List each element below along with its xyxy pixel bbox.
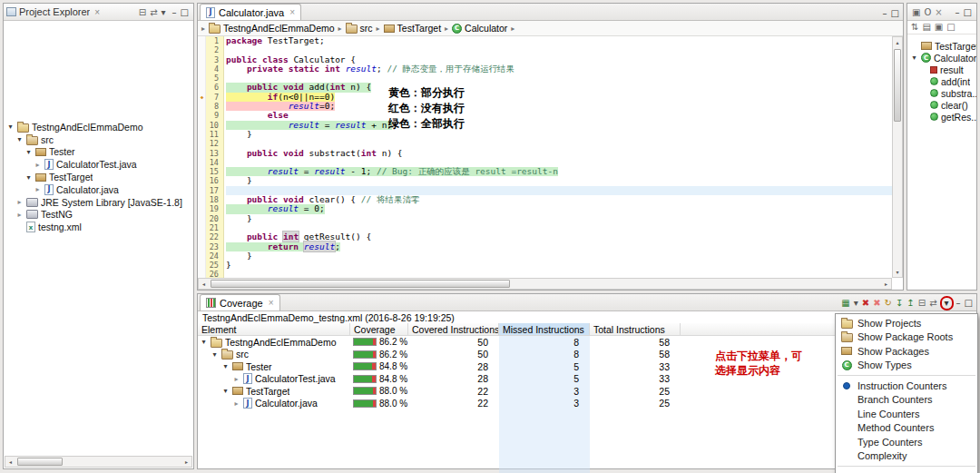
new-session-icon[interactable]: ▦ [839, 298, 851, 309]
export-session-icon[interactable]: ↥ [905, 298, 916, 309]
code-text[interactable]: } [226, 130, 892, 139]
collapse-all-icon[interactable]: ⊟ [916, 298, 927, 309]
breadcrumb-item-src[interactable]: src [346, 23, 373, 34]
line-number[interactable]: 26 [206, 270, 221, 278]
menu-item-show-package-roots[interactable]: Show Package Roots [836, 330, 977, 345]
line-number[interactable]: 14 [206, 158, 221, 167]
focus-icon[interactable]: O [922, 7, 933, 17]
hide-fields-icon[interactable]: ▤ [920, 22, 932, 33]
outline-item-calculator[interactable]: ▾Calculator [907, 52, 976, 64]
remove-all-sessions-icon[interactable]: ✖ [871, 298, 882, 309]
column-header-missed-instructions[interactable]: Missed Instructions [499, 323, 590, 335]
project-item-calculatortest-java[interactable]: ▸CalculatorTest.java [4, 158, 193, 171]
column-header-covered-instructions[interactable]: Covered Instructions [408, 323, 499, 335]
menu-item-show-projects[interactable]: Show Projects [836, 316, 977, 330]
project-item-src[interactable]: ▾src [4, 133, 193, 146]
code-text[interactable]: return result; [226, 242, 892, 251]
maximize-icon[interactable]: □ [963, 298, 975, 309]
project-item-tester[interactable]: ▾Tester [4, 146, 193, 159]
menu-item-line-counters[interactable]: Line Counters [836, 407, 977, 421]
scrollbar-track[interactable] [893, 47, 902, 267]
tree-toggle-icon[interactable]: ▾ [221, 362, 230, 370]
menu-item-branch-counters[interactable]: Branch Counters [836, 393, 977, 408]
scrollbar-thumb[interactable] [894, 49, 901, 122]
code-text[interactable]: private static int result; // 静态变量，用于存储运… [226, 64, 892, 74]
breadcrumb-item-calculator[interactable]: Calculator [452, 23, 507, 34]
column-header-total-instructions[interactable]: Total Instructions [590, 323, 681, 335]
vertical-scrollbar[interactable]: ▴▾ [892, 36, 903, 278]
maximize-icon[interactable]: □ [962, 7, 974, 17]
line-number[interactable]: 17 [206, 186, 221, 195]
scroll-right-icon[interactable]: ▸ [181, 457, 191, 467]
line-number[interactable]: 2 [206, 45, 221, 54]
line-number[interactable]: 11 [206, 130, 221, 139]
project-item-jre-system-library-javase-1-8[interactable]: ▸JRE System Library [JavaSE-1.8] [4, 196, 193, 209]
code-text[interactable]: } [226, 251, 892, 261]
maximize-icon[interactable]: □ [889, 8, 901, 18]
project-item-calculator-java[interactable]: ▸Calculator.java [4, 183, 193, 196]
project-item-testngandeclemmademo[interactable]: ▾TestngAndEclEmmaDemo [4, 121, 193, 133]
outline-item-clear[interactable]: clear() [907, 99, 976, 111]
line-number[interactable]: 18 [206, 195, 221, 204]
show-source-icon[interactable]: ▣ [910, 7, 922, 17]
line-number[interactable]: 7 [206, 93, 221, 102]
tree-toggle-icon[interactable]: ▾ [15, 135, 24, 143]
horizontal-scrollbar[interactable]: ◂▸ [198, 278, 892, 290]
outline-item-testtarget[interactable]: TestTarget [907, 40, 976, 52]
tree-toggle-icon[interactable]: ▸ [15, 198, 24, 206]
link-with-editor-icon[interactable]: ⇄ [148, 7, 159, 17]
line-number[interactable]: 25 [206, 261, 221, 270]
view-menu-icon[interactable]: ▾ [940, 296, 954, 310]
menu-item-instruction-counters[interactable]: Instruction Counters [836, 379, 977, 393]
refresh-sessions-icon[interactable]: ↻ [883, 298, 894, 309]
menu-item-show-packages[interactable]: Show Packages [836, 344, 977, 359]
scrollbar-track[interactable] [15, 457, 181, 467]
code-text[interactable]: } [226, 176, 892, 185]
line-number[interactable]: 4 [206, 64, 221, 74]
scrollbar-track[interactable] [209, 279, 881, 289]
tree-toggle-icon[interactable]: ▾ [200, 338, 208, 346]
outline-item-add-int[interactable]: add(int [907, 75, 976, 87]
collapse-all-icon[interactable]: ⊟ [137, 7, 148, 17]
scroll-right-icon[interactable]: ▸ [881, 279, 891, 289]
tree-toggle-icon[interactable]: ▾ [24, 148, 33, 156]
line-number[interactable]: 22 [206, 232, 221, 241]
minimize-icon[interactable]: – [881, 8, 889, 18]
line-number[interactable]: 1 [206, 36, 221, 45]
horizontal-scrollbar[interactable]: ◂▸ [5, 456, 192, 468]
line-number[interactable]: 13 [206, 149, 221, 158]
project-item-testng[interactable]: ▸TestNG [4, 209, 193, 222]
code-text[interactable]: public void substract(int n) { [226, 149, 892, 158]
menu-item-method-counters[interactable]: Method Counters [836, 421, 977, 436]
code-text[interactable]: result = 0; [226, 204, 892, 213]
line-number[interactable]: 20 [206, 214, 221, 223]
maximize-icon[interactable]: □ [179, 7, 191, 17]
line-number[interactable]: 23 [206, 242, 221, 251]
line-number[interactable]: 19 [206, 204, 221, 213]
tree-toggle-icon[interactable]: ▸ [34, 185, 42, 193]
close-icon[interactable]: × [288, 7, 295, 17]
minimize-icon[interactable]: – [955, 298, 963, 309]
tree-toggle-icon[interactable]: ▸ [15, 211, 24, 219]
tree-toggle-icon[interactable]: ▾ [221, 387, 230, 395]
scrollbar-thumb[interactable] [17, 458, 63, 466]
outline-item-getres[interactable]: getRes... [907, 111, 976, 123]
menu-item-hide-unused-elements[interactable]: Hide Unused Elements [836, 469, 977, 473]
breadcrumb-item-testtarget[interactable]: TestTarget [384, 23, 441, 34]
remove-session-icon[interactable]: ✖ [860, 298, 871, 309]
link-with-selection-icon[interactable]: ⇄ [927, 298, 938, 309]
menu-item-complexity[interactable]: Complexity [836, 449, 977, 464]
hide-static-members-icon[interactable]: ▣ [933, 22, 945, 33]
line-number[interactable]: 12 [206, 139, 221, 148]
minimize-icon[interactable]: – [171, 7, 179, 17]
line-number[interactable]: 8 [206, 102, 221, 111]
line-number[interactable]: 3 [206, 55, 221, 64]
line-number[interactable]: 16 [206, 176, 221, 185]
line-number[interactable]: 10 [206, 121, 221, 130]
line-number[interactable]: 6 [206, 83, 221, 92]
breadcrumb-toggle-icon[interactable]: ▸ [201, 25, 205, 33]
code-text[interactable] [226, 270, 892, 278]
tab-calculator-java[interactable]: Calculator.java × [200, 4, 301, 20]
menu-item-show-types[interactable]: Show Types [836, 359, 977, 373]
tree-toggle-icon[interactable]: ▾ [24, 173, 33, 182]
